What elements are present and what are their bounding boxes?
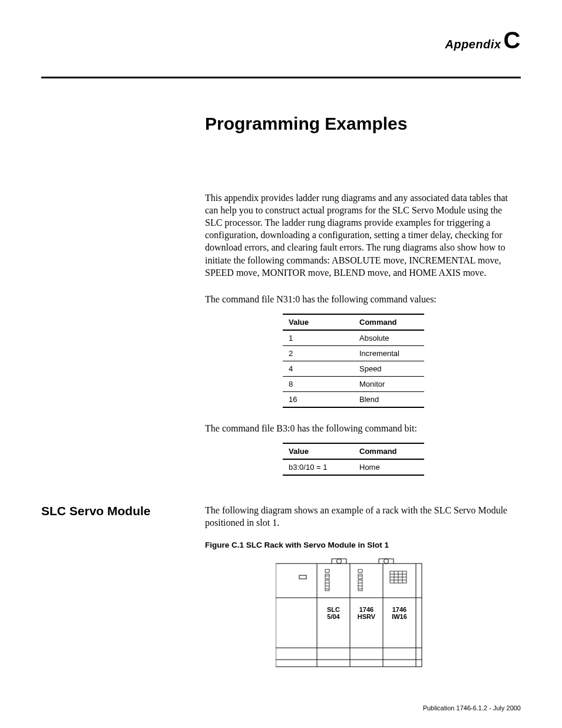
table-row: b3:0/10 = 1 Home (283, 459, 424, 475)
appendix-label: AppendixC (41, 28, 521, 52)
rack-diagram: SLC 5/04 1746 HSRV 1746 IW16 (276, 556, 521, 677)
cell-command: Blend (353, 391, 424, 407)
cell-command: Monitor (353, 376, 424, 391)
cell-value: 4 (283, 361, 353, 376)
page: AppendixC Programming Examples This appe… (0, 0, 562, 728)
table-header-value: Value (283, 443, 353, 459)
svg-rect-19 (358, 574, 362, 579)
svg-point-0 (337, 559, 342, 564)
slot0-label-top: SLC (327, 606, 340, 613)
cell-command: Absolute (353, 330, 424, 346)
svg-rect-18 (358, 569, 362, 572)
table-header-value: Value (283, 314, 353, 330)
cell-value: 2 (283, 345, 353, 361)
section-row: SLC Servo Module The following diagram s… (41, 504, 521, 529)
svg-point-1 (384, 559, 389, 564)
intro-paragraph: This appendix provides ladder rung diagr… (205, 192, 521, 279)
slot2-label-bottom: IW16 (392, 613, 407, 620)
table-row: 2 Incremental (283, 345, 424, 361)
cell-command: Home (353, 459, 424, 475)
slot2-label-top: 1746 (392, 606, 406, 613)
page-title: Programming Examples (205, 114, 521, 134)
b3-sentence: The command file B3:0 has the following … (205, 422, 521, 434)
n31-sentence: The command file N31:0 has the following… (205, 293, 521, 305)
table-row: 1 Absolute (283, 330, 424, 346)
section-body: The following diagram shows an example o… (205, 504, 521, 529)
rack-svg: SLC 5/04 1746 HSRV 1746 IW16 (276, 556, 429, 674)
cell-command: Speed (353, 361, 424, 376)
slot1-label-top: 1746 (359, 606, 373, 613)
n31-command-table: Value Command 1 Absolute 2 Incremental 4… (283, 314, 424, 408)
table-header-row: Value Command (283, 443, 424, 459)
svg-rect-10 (299, 575, 306, 579)
slot1-label-bottom: HSRV (358, 613, 376, 620)
svg-rect-11 (325, 569, 329, 572)
appendix-letter: C (504, 27, 521, 53)
table-row: 4 Speed (283, 361, 424, 376)
svg-rect-12 (325, 574, 329, 579)
table-row: 8 Monitor (283, 376, 424, 391)
table-header-row: Value Command (283, 314, 424, 330)
cell-command: Incremental (353, 345, 424, 361)
figure-caption: Figure C.1 SLC Rack with Servo Module in… (205, 541, 521, 549)
slot0-label-bottom: 5/04 (327, 613, 340, 620)
cell-value: b3:0/10 = 1 (283, 459, 353, 475)
section-heading: SLC Servo Module (41, 504, 205, 518)
appendix-word: Appendix (445, 38, 501, 51)
publication-footer: Publication 1746-6.1.2 - July 2000 (423, 704, 521, 711)
header-rule (41, 77, 521, 78)
cell-value: 16 (283, 391, 353, 407)
table-header-command: Command (353, 443, 424, 459)
cell-value: 8 (283, 376, 353, 391)
b3-command-table: Value Command b3:0/10 = 1 Home (283, 443, 424, 476)
table-row: 16 Blend (283, 391, 424, 407)
table-header-command: Command (353, 314, 424, 330)
cell-value: 1 (283, 330, 353, 346)
